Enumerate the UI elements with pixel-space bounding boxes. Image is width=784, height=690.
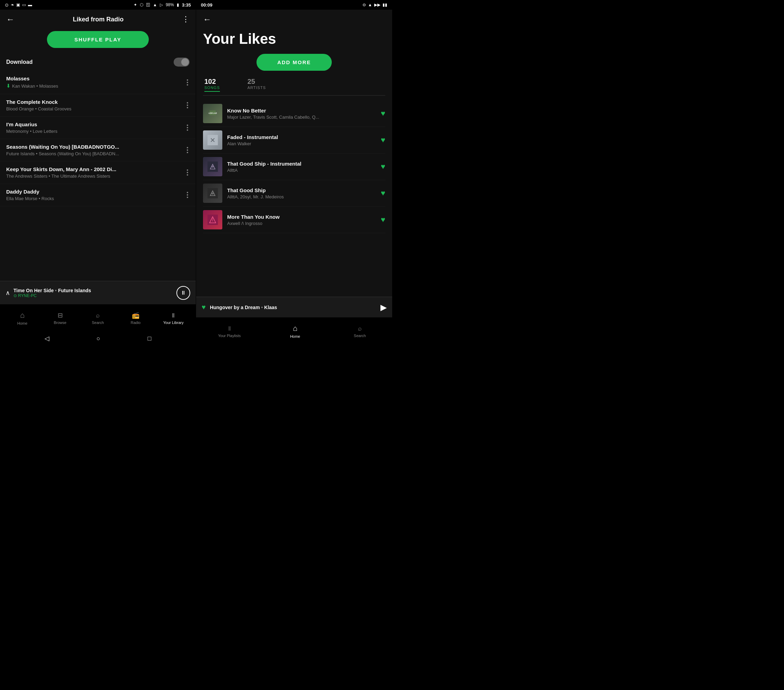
shuffle-play-button[interactable]: SHUFFLE PLAY — [47, 31, 149, 48]
song-info-2: The Complete Knock Blood Orange • Coasta… — [6, 99, 185, 112]
song-meta-3: Metronomy • Love Letters — [6, 129, 185, 134]
stat-artists-label: ARTISTS — [247, 85, 266, 90]
app-icon-4: ▭ — [22, 2, 26, 7]
back-button-right[interactable]: ← — [203, 15, 211, 24]
liked-song-2[interactable]: Faded - Instrumental Alan Walker ♥ — [203, 127, 385, 153]
nav-search-left[interactable]: ⌕ Search — [87, 312, 108, 325]
song-row-title-4: That Good Ship — [227, 187, 376, 193]
key-icon: ⚿ — [146, 2, 150, 7]
signal-minus-icon: ⊖ — [362, 2, 366, 7]
mini-player-right[interactable]: ♥ Hungover by a Dream • Klaas ▶ — [196, 297, 392, 317]
pause-button[interactable]: ⏸ — [176, 286, 190, 300]
song-row-title-3: That Good Ship - Instrumental — [227, 161, 376, 167]
svg-point-7 — [212, 166, 214, 168]
now-playing-info: ∧ Time On Her Side • Future Islands ⊙ RY… — [5, 288, 91, 298]
album-art-1: MAJOR LAZER — [203, 104, 222, 123]
nav-browse[interactable]: ⊟ Browse — [50, 312, 71, 325]
network-icon-right: ▶▶ — [374, 2, 380, 7]
android-recents[interactable]: □ — [148, 335, 152, 342]
app-icon-5: ▬ — [28, 2, 32, 7]
battery-icon-right: ▮▮ — [382, 2, 387, 7]
song-info-5: Keep Your Skirts Down, Mary Ann - 2002 D… — [6, 166, 185, 179]
right-panel: 00:09 ⊖ ▲ ▶▶ ▮▮ ← Your Likes ADD MORE 10… — [196, 0, 392, 345]
more-options-button-left[interactable]: ⋮ — [182, 15, 189, 24]
stat-songs-label: SONGS — [204, 85, 220, 92]
song-item-3[interactable]: I'm Aquarius Metronomy • Love Letters — [0, 117, 196, 139]
song-more-1[interactable] — [185, 79, 189, 85]
status-bar-right: 00:09 ⊖ ▲ ▶▶ ▮▮ — [196, 0, 392, 10]
album-art-4 — [203, 184, 222, 203]
song-title-6: Daddy Daddy — [6, 189, 185, 195]
song-more-2[interactable] — [185, 102, 189, 108]
home-icon: ⌂ — [20, 311, 25, 320]
song-more-4[interactable] — [185, 147, 189, 153]
stat-songs: 102 SONGS — [204, 77, 220, 92]
song-item-1[interactable]: Molasses ⬇Kan Wakan • Molasses — [0, 71, 196, 94]
song-meta-5: The Andrews Sisters • The Ultimate Andre… — [6, 174, 185, 179]
like-button-2[interactable]: ♥ — [381, 136, 385, 145]
song-meta-2: Blood Orange • Coastal Grooves — [6, 106, 185, 112]
wifi-icon: ▲ — [153, 2, 157, 7]
song-meta-4: Future Islands • Seasons (Waiting On You… — [6, 151, 185, 156]
song-title-4: Seasons (Waiting On You) [BADBADNOTGO... — [6, 144, 185, 150]
back-button-left[interactable]: ← — [6, 15, 15, 24]
nav-playlists-label: Your Playlists — [218, 334, 241, 338]
song-item-2[interactable]: The Complete Knock Blood Orange • Coasta… — [0, 94, 196, 117]
status-time-right: 00:09 — [201, 2, 212, 8]
song-row-title-5: More Than You Know — [227, 214, 376, 220]
download-label: Download — [6, 59, 33, 65]
like-button-3[interactable]: ♥ — [381, 162, 385, 171]
song-more-3[interactable] — [185, 125, 189, 131]
song-item-4[interactable]: Seasons (Waiting On You) [BADBADNOTGO...… — [0, 139, 196, 161]
nav-your-playlists[interactable]: ⫴ Your Playlists — [218, 325, 241, 338]
now-playing-bar-left[interactable]: ∧ Time On Her Side • Future Islands ⊙ RY… — [0, 281, 196, 304]
like-button-5[interactable]: ♥ — [381, 215, 385, 224]
song-info-6: Daddy Daddy Ella Mae Morse • Rocks — [6, 189, 185, 201]
liked-song-3[interactable]: That Good Ship - Instrumental AllttA ♥ — [203, 153, 385, 180]
song-item-5[interactable]: Keep Your Skirts Down, Mary Ann - 2002 D… — [0, 161, 196, 184]
android-home[interactable]: ○ — [97, 335, 100, 342]
song-more-5[interactable] — [185, 169, 189, 176]
bottom-nav-right: ⫴ Your Playlists ⌂ Home ⌕ Search — [196, 317, 392, 345]
np-expand-icon[interactable]: ∧ — [5, 289, 10, 297]
app-icon-2: ❧ — [11, 2, 14, 7]
like-button-1[interactable]: ♥ — [381, 109, 385, 118]
liked-song-1[interactable]: MAJOR LAZER Know No Better Major Lazer, … — [203, 100, 385, 127]
song-row-title-1: Know No Better — [227, 108, 376, 113]
nav-library-label: Your Library — [163, 320, 184, 325]
song-row-info-4: That Good Ship AllttA, 20syl, Mr. J. Med… — [227, 187, 376, 199]
nav-home-right[interactable]: ⌂ Home — [285, 324, 306, 338]
stats-row: 102 SONGS 25 ARTISTS — [203, 77, 385, 95]
song-row-info-5: More Than You Know Axwell /\ Ingrosso — [227, 214, 376, 226]
downloaded-icon-1: ⬇ — [6, 83, 11, 89]
like-button-4[interactable]: ♥ — [381, 189, 385, 198]
liked-song-4[interactable]: That Good Ship AllttA, 20syl, Mr. J. Med… — [203, 180, 385, 207]
stat-songs-count: 102 — [204, 77, 220, 85]
np-device: ⊙ RYNE-PC — [13, 293, 91, 298]
song-row-info-3: That Good Ship - Instrumental AllttA — [227, 161, 376, 173]
nav-search-right[interactable]: ⌕ Search — [349, 325, 370, 338]
nav-your-library[interactable]: ⫴ Your Library — [163, 312, 184, 325]
add-more-button[interactable]: ADD MORE — [257, 54, 332, 71]
song-title-1: Molasses — [6, 76, 185, 81]
search-icon-right: ⌕ — [358, 325, 362, 332]
nav-header-right: ← — [196, 10, 392, 24]
song-item-6[interactable]: Daddy Daddy Ella Mae Morse • Rocks — [0, 184, 196, 206]
mini-heart-icon[interactable]: ♥ — [202, 303, 206, 311]
song-meta-1: ⬇Kan Wakan • Molasses — [6, 83, 185, 89]
home-icon-right: ⌂ — [293, 324, 297, 333]
np-title: Time On Her Side • Future Islands — [13, 288, 91, 293]
wifi-icon-right: ▲ — [368, 2, 372, 7]
song-more-6[interactable] — [185, 192, 189, 198]
mini-play-button[interactable]: ▶ — [380, 302, 387, 312]
nav-home[interactable]: ⌂ Home — [12, 311, 33, 325]
signal-icon: ⬡ — [140, 2, 143, 7]
song-row-artist-4: AllttA, 20syl, Mr. J. Medeiros — [227, 194, 376, 199]
bluetooth-icon: ✦ — [133, 2, 137, 7]
liked-song-5[interactable]: More Than You Know Axwell /\ Ingrosso ♥ — [203, 207, 385, 233]
android-back[interactable]: ◁ — [44, 335, 49, 342]
album-art-5 — [203, 210, 222, 229]
song-row-artist-2: Alan Walker — [227, 141, 376, 146]
download-toggle[interactable] — [174, 58, 189, 67]
nav-radio[interactable]: 📻 Radio — [125, 312, 146, 325]
